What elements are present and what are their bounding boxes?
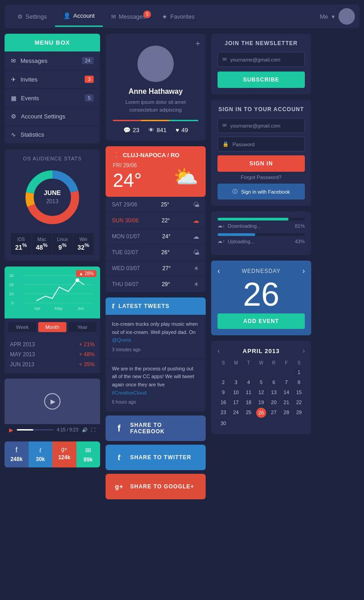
add-event-button[interactable]: ADD EVENT [217, 313, 305, 329]
cal-day-17[interactable]: 17 [230, 398, 242, 407]
menu-invites[interactable]: ✈ Invites 3 [5, 70, 100, 89]
nav-settings[interactable]: ⚙ Settings [9, 7, 55, 26]
right-column: JOIN THE NEWSLETTER ✉ yourname@gmail.com… [211, 34, 311, 499]
play-button[interactable]: ▶ [44, 393, 61, 410]
weather-day: FRI 29/06 [113, 162, 142, 169]
share-googleplus[interactable]: g+ SHARE TO GOOGLE+ [106, 474, 206, 499]
account-icon: 👤 [63, 12, 71, 19]
profile-stats: 💬 23 👁 841 ♥ 49 [113, 127, 198, 133]
nav-messages[interactable]: ✉ Messages 5 [103, 7, 154, 26]
newsletter-card: JOIN THE NEWSLETTER ✉ yourname@gmail.com… [211, 34, 311, 94]
nav-user[interactable]: Me ▾ [320, 8, 355, 25]
cal-small-prev-button[interactable]: ‹ [217, 347, 220, 354]
volume-icon[interactable]: 🔊 [82, 427, 87, 432]
cal-day-5[interactable]: 5 [255, 378, 267, 387]
profile-likes: ♥ 49 [176, 127, 188, 133]
cal-day-11[interactable]: 11 [243, 388, 254, 397]
facebook-signin-button[interactable]: ⓘ Sign in with Facebook [217, 184, 305, 200]
social-twitter[interactable]: t 30k [29, 441, 53, 467]
cal-day-1[interactable]: 1 [293, 368, 305, 377]
video-progress-bar[interactable] [17, 429, 53, 431]
os-ios: iOS 21% [11, 233, 32, 255]
cal-day-24[interactable]: 24 [230, 408, 242, 418]
cal-day-27[interactable]: 27 [268, 408, 280, 418]
forecast-thu: THU 04/07 29° ☀ [106, 277, 206, 292]
menu-messages[interactable]: ✉ Messages 24 [5, 51, 100, 70]
menu-events[interactable]: ▦ Events 5 [5, 89, 100, 108]
stats-apr: APR 2013 + 21% [10, 339, 95, 349]
cal-dow-t1: T [243, 359, 254, 367]
cal-day-28[interactable]: 28 [281, 408, 293, 418]
signin-email-field[interactable]: ✉ yourname@gmail.com [217, 118, 305, 133]
tue-weather-icon: 🌤 [193, 249, 199, 256]
cal-day-14[interactable]: 14 [281, 388, 293, 397]
cal-day-30[interactable]: 30 [217, 419, 229, 428]
period-month[interactable]: Month [38, 322, 66, 332]
cal-day-4[interactable]: 4 [243, 378, 254, 387]
nav-account[interactable]: 👤 Account [55, 6, 103, 27]
subscribe-button[interactable]: SUBSCRIBE [217, 72, 305, 88]
menu-account-settings[interactable]: ⚙ Account Settings [5, 108, 100, 126]
tweet-time-1: 3 minutes ago [112, 346, 199, 354]
favorites-icon: ★ [162, 13, 167, 20]
cal-grid: S M T W R F S 1 2 3 4 5 6 [217, 359, 305, 428]
main-grid: MENU BOX ✉ Messages 24 ✈ Invites 3 ▦ Eve… [5, 34, 359, 499]
social-facebook[interactable]: f 248k [5, 441, 29, 467]
fullscreen-icon[interactable]: ⛶ [91, 427, 96, 432]
cal-day-6[interactable]: 6 [268, 378, 280, 387]
cal-day-22[interactable]: 22 [293, 398, 305, 407]
cal-day-9[interactable]: 9 [217, 388, 229, 397]
cal-prev-button[interactable]: ‹ [217, 267, 220, 275]
svg-text:30: 30 [9, 273, 14, 278]
googleplus-share-icon: g+ [113, 480, 126, 493]
calendar-wednesday: ‹ WEDNESDAY › 26 ADD EVENT [211, 261, 311, 335]
os-linux: Linux 9% [52, 233, 73, 255]
cal-day-16[interactable]: 16 [217, 398, 229, 407]
newsletter-email-field[interactable]: ✉ yourname@gmail.com [217, 52, 305, 67]
chevron-down-icon: ▾ [332, 13, 335, 20]
cal-day-25[interactable]: 25 [243, 408, 254, 418]
signin-button[interactable]: SIGN IN [217, 155, 305, 172]
cal-day-3[interactable]: 3 [230, 378, 242, 387]
social-email[interactable]: ✉ 89k [76, 441, 101, 467]
cal-dow-w: W [255, 359, 267, 367]
cal-empty [230, 419, 242, 428]
profile-comments: 💬 23 [123, 127, 139, 133]
video-time: 4:15 / 9:23 [57, 427, 78, 432]
menu-statistics[interactable]: ∿ Statistics [5, 126, 100, 144]
cal-day-29[interactable]: 29 [293, 408, 305, 418]
cal-day-2[interactable]: 2 [217, 378, 229, 387]
cal-day-21[interactable]: 21 [281, 398, 293, 407]
cal-day-13[interactable]: 13 [268, 388, 280, 397]
cal-day-15[interactable]: 15 [293, 388, 305, 397]
period-week[interactable]: Week [8, 322, 36, 332]
cal-day-18[interactable]: 18 [243, 398, 254, 407]
svg-text:JUNE: JUNE [44, 189, 61, 196]
period-year[interactable]: Year [68, 322, 96, 332]
tweet-link-2[interactable]: #CreativeCloud [112, 390, 147, 395]
cal-day-19[interactable]: 19 [255, 398, 267, 407]
share-twitter[interactable]: t SHARE TO TWITTER [106, 445, 206, 470]
cal-day-10[interactable]: 10 [230, 388, 242, 397]
cal-day-26-today[interactable]: 26 [256, 408, 266, 418]
cal-day-8[interactable]: 8 [293, 378, 305, 387]
os-win: Win 32% [73, 233, 94, 255]
cal-day-23[interactable]: 23 [217, 408, 229, 418]
cal-day-12[interactable]: 12 [255, 388, 267, 397]
share-buttons: f SHARE TO FACEBOOK t SHARE TO TWITTER g… [106, 415, 206, 499]
tweet-link-1[interactable]: @Quora [112, 337, 131, 343]
forgot-password-link[interactable]: Forgot Password? [217, 174, 305, 180]
share-facebook[interactable]: f SHARE TO FACEBOOK [106, 415, 206, 441]
nav-favorites[interactable]: ★ Favorites [154, 7, 202, 26]
signin-password-field[interactable]: 🔒 Password [217, 137, 305, 152]
location-icon: 📍 [113, 152, 120, 159]
cal-next-button[interactable]: › [303, 267, 305, 275]
cal-day-7[interactable]: 7 [281, 378, 293, 387]
weather-temp: 24° [113, 169, 142, 191]
cal-empty [243, 368, 254, 377]
video-play-icon[interactable]: ▶ [9, 427, 13, 433]
add-button[interactable]: + [195, 39, 200, 49]
cal-day-20[interactable]: 20 [268, 398, 280, 407]
social-googleplus[interactable]: g+ 124k [52, 441, 76, 467]
cal-small-next-button[interactable]: › [303, 347, 305, 354]
